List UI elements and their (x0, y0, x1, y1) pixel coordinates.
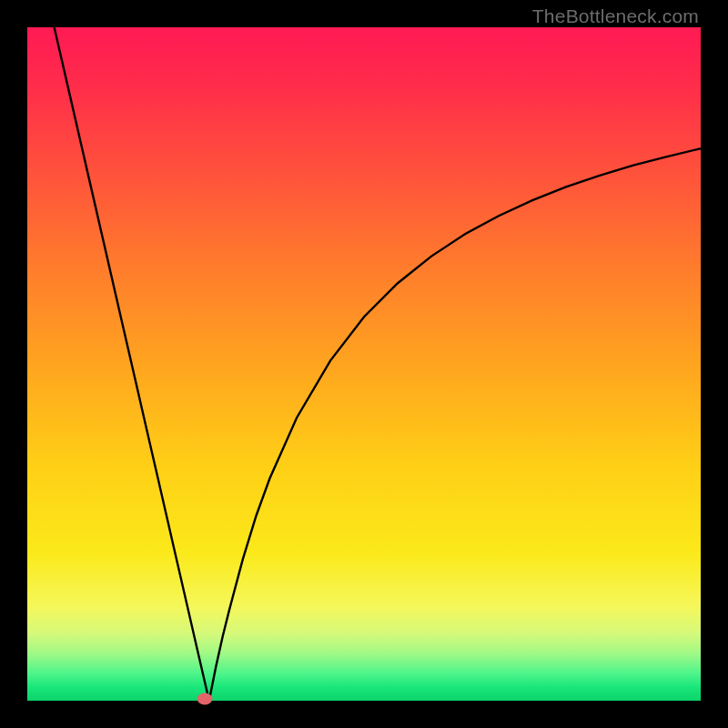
optimum-marker (197, 693, 212, 704)
curve-left-branch (55, 27, 209, 701)
curve-right-branch (209, 148, 701, 701)
plot-area (27, 27, 701, 701)
chart-frame: TheBottleneck.com (0, 0, 728, 728)
curve-layer (27, 27, 701, 701)
watermark-text: TheBottleneck.com (532, 5, 699, 27)
